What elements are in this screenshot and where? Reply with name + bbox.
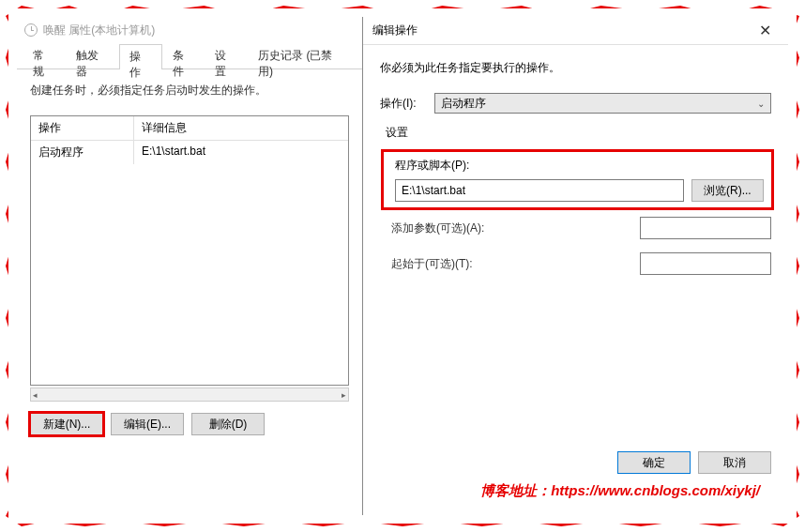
action-type-select[interactable]: 启动程序 ⌄ [434, 93, 771, 114]
tab-settings[interactable]: 设置 [205, 43, 248, 68]
table-row[interactable]: 启动程序 E:\1\start.bat [31, 141, 348, 164]
action-type-value: 启动程序 [441, 96, 486, 112]
startin-input[interactable] [640, 252, 771, 275]
cell-action: 启动程序 [31, 141, 134, 164]
scroll-left-icon[interactable]: ◂ [33, 390, 38, 400]
script-input[interactable] [395, 179, 684, 202]
tab-triggers[interactable]: 触发器 [66, 43, 119, 68]
watermark-link[interactable]: https://www.cnblogs.com/xiykj/ [551, 482, 760, 498]
dialog-title: 编辑操作 [372, 23, 418, 38]
script-label: 程序或脚本(P): [395, 158, 764, 174]
settings-group-label: 设置 [386, 125, 771, 141]
tab-history[interactable]: 历史记录 (已禁用) [248, 43, 357, 68]
delete-button[interactable]: 删除(D) [191, 413, 265, 435]
edit-action-dialog: 编辑操作 ✕ 你必须为此任务指定要执行的操作。 操作(I): 启动程序 ⌄ 设置… [362, 17, 788, 515]
tab-conditions[interactable]: 条件 [162, 43, 205, 68]
task-properties-window: 唤醒 属性(本地计算机) 常规 触发器 操作 条件 设置 历史记录 (已禁用) … [17, 17, 362, 515]
clock-icon [24, 23, 38, 37]
chevron-down-icon: ⌄ [757, 99, 765, 109]
col-header-detail[interactable]: 详细信息 [134, 116, 348, 140]
args-input[interactable] [640, 217, 771, 239]
cell-detail: E:\1\start.bat [134, 141, 348, 164]
watermark: 博客地址：https://www.cnblogs.com/xiykj/ [480, 482, 760, 500]
tab-general[interactable]: 常规 [23, 43, 66, 68]
close-icon[interactable]: ✕ [751, 22, 779, 39]
window-title-bar: 唤醒 属性(本地计算机) [17, 17, 362, 43]
tab-actions[interactable]: 操作 [119, 44, 162, 69]
scroll-right-icon[interactable]: ▸ [342, 390, 346, 400]
startin-label: 起始于(可选)(T): [391, 256, 473, 272]
edit-button[interactable]: 编辑(E)... [111, 413, 184, 435]
new-button[interactable]: 新建(N)... [30, 413, 103, 435]
script-highlight: 程序或脚本(P): 浏览(R)... [384, 152, 771, 207]
window-title: 唤醒 属性(本地计算机) [43, 23, 155, 38]
browse-button[interactable]: 浏览(R)... [691, 179, 764, 202]
tabs-bar: 常规 触发器 操作 条件 设置 历史记录 (已禁用) [17, 43, 362, 69]
horizontal-scrollbar[interactable]: ◂ ▸ [30, 388, 349, 402]
ok-button[interactable]: 确定 [617, 451, 691, 474]
col-header-action[interactable]: 操作 [31, 116, 134, 140]
watermark-label: 博客地址： [480, 482, 551, 498]
cancel-button[interactable]: 取消 [698, 451, 771, 474]
actions-table: 操作 详细信息 启动程序 E:\1\start.bat [30, 115, 349, 386]
dialog-instruction: 你必须为此任务指定要执行的操作。 [380, 60, 771, 76]
action-type-label: 操作(I): [380, 96, 427, 112]
args-label: 添加参数(可选)(A): [391, 220, 484, 236]
tab-instruction: 创建任务时，必须指定任务启动时发生的操作。 [30, 83, 349, 99]
